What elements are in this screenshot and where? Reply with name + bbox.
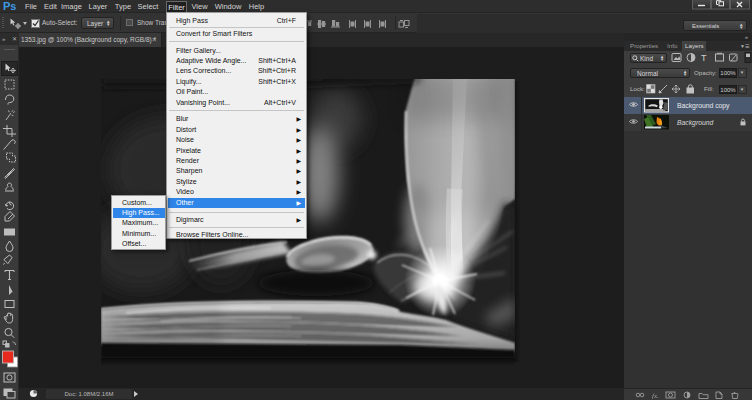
svg-text:T: T	[701, 53, 707, 63]
svg-text:fx.: fx.	[652, 391, 659, 399]
